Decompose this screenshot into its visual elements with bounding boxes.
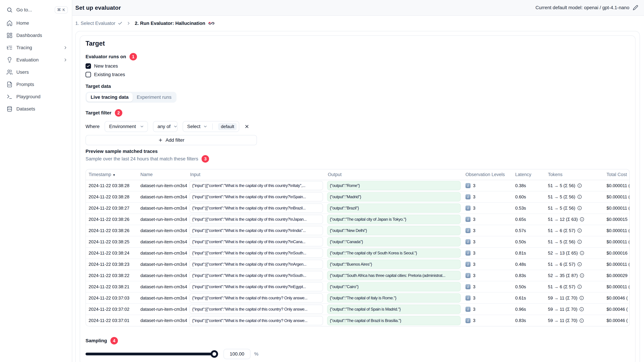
cell-observation-levels: i3 bbox=[463, 281, 512, 292]
cell-name: dataset-run-item-cm3s4 bbox=[138, 247, 188, 259]
tokens-value: 52 → 35 (Σ 87) bbox=[548, 273, 578, 278]
divider bbox=[212, 123, 212, 130]
info-emoji-icon: i bbox=[466, 273, 470, 278]
where-label: Where bbox=[86, 124, 100, 129]
cell-input: {"input":[{"content":"What is the capita… bbox=[188, 304, 325, 315]
chevron-down-icon bbox=[203, 124, 208, 129]
edit-model-icon[interactable] bbox=[633, 5, 638, 10]
trace-row[interactable]: 2024-11-22 03:38:21dataset-run-item-cm3s… bbox=[86, 281, 629, 292]
goto-search[interactable]: Go to... ⌘ K bbox=[0, 3, 72, 16]
sidebar-item-playground[interactable]: Playground bbox=[0, 91, 72, 103]
sidebar-item-users[interactable]: Users bbox=[0, 66, 72, 78]
tab-live-tracing-data[interactable]: Live tracing data bbox=[86, 93, 133, 102]
sidebar-item-tracing[interactable]: Tracing bbox=[0, 41, 72, 54]
filter-row: Where Environment any of Select default bbox=[86, 121, 630, 132]
cell-observation-levels: i3 bbox=[463, 247, 512, 259]
observation-levels-count: 3 bbox=[473, 318, 475, 323]
cell-observation-levels: i3 bbox=[463, 270, 512, 281]
cell-name: dataset-run-item-cm3s4 bbox=[138, 236, 188, 247]
trace-row[interactable]: 2024-11-22 03:38:25dataset-run-item-cm3s… bbox=[86, 236, 629, 247]
tab-experiment-runs[interactable]: Experiment runs bbox=[133, 93, 176, 102]
cell-observation-levels: i3 bbox=[463, 292, 512, 304]
trace-row[interactable]: 2024-11-22 03:37:01dataset-run-item-cm3s… bbox=[86, 315, 629, 326]
breadcrumb-step-2: 2. Run Evaluator: Hallucination bbox=[135, 20, 215, 27]
filter-operator-select[interactable]: any of bbox=[153, 121, 178, 132]
cell-tokens: 52 → 35 (Σ 87) bbox=[545, 270, 604, 281]
cell-input: {"input":[{"content":"What is the capita… bbox=[188, 202, 325, 214]
column-header-timestamp[interactable]: Timestamp▼ bbox=[86, 169, 138, 180]
cell-observation-levels: i3 bbox=[463, 191, 512, 202]
cell-tokens: 51 → 5 (Σ 56) bbox=[545, 180, 604, 191]
cell-latency: 0.81s bbox=[512, 247, 545, 259]
trace-row[interactable]: 2024-11-22 03:38:26dataset-run-item-cm3s… bbox=[86, 214, 629, 225]
target-data-tabs: Live tracing data Experiment runs bbox=[86, 92, 176, 103]
cell-tokens: 51 → 6 (Σ 57) bbox=[545, 259, 604, 270]
cell-output: {"output":"Rome"} bbox=[325, 180, 463, 191]
observation-levels-count: 3 bbox=[473, 183, 475, 188]
cell-name: dataset-run-item-cm3s4 bbox=[138, 304, 188, 315]
breadcrumb: 1. Select Evaluator 2. Run Evaluator: Ha… bbox=[72, 16, 644, 31]
trace-row[interactable]: 2024-11-22 03:38:22dataset-run-item-cm3s… bbox=[86, 270, 629, 281]
cell-input: {"input":[{"content":"What is the capita… bbox=[188, 281, 325, 292]
column-header-tokens: Tokens bbox=[545, 169, 604, 180]
cell-tokens: 52 → 13 (Σ 65) bbox=[545, 247, 604, 259]
cell-total-cost: $0.000011 ( bbox=[604, 281, 629, 292]
filter-column-select[interactable]: Environment bbox=[104, 121, 148, 132]
existing-traces-checkbox[interactable] bbox=[86, 72, 91, 77]
trace-row[interactable]: 2024-11-22 03:38:28dataset-run-item-cm3s… bbox=[86, 191, 629, 202]
trace-row[interactable]: 2024-11-22 03:38:26dataset-run-item-cm3s… bbox=[86, 225, 629, 236]
cell-total-cost: $0.00046 ( bbox=[604, 304, 629, 315]
trace-row[interactable]: 2024-11-22 03:38:28dataset-run-item-cm3s… bbox=[86, 180, 629, 191]
cell-input: {"input":[{"content":"What is the capita… bbox=[188, 259, 325, 270]
tokens-value: 59 → 11 (Σ 70) bbox=[548, 307, 578, 312]
breadcrumb-step-1[interactable]: 1. Select Evaluator bbox=[75, 20, 122, 26]
cell-name: dataset-run-item-cm3s4 bbox=[138, 315, 188, 326]
cell-latency: 0.50s bbox=[512, 281, 545, 292]
goto-label: Go to... bbox=[16, 7, 32, 12]
add-filter-button[interactable]: Add filter bbox=[86, 135, 257, 145]
sidebar-item-home[interactable]: Home bbox=[0, 17, 72, 29]
cell-input: {"input":[{"content":"What is the capita… bbox=[188, 225, 325, 236]
cell-tokens: 59 → 11 (Σ 70) bbox=[545, 304, 604, 315]
trace-row[interactable]: 2024-11-22 03:38:27dataset-run-item-cm3s… bbox=[86, 202, 629, 214]
sidebar-item-label: Prompts bbox=[16, 82, 34, 87]
trace-row[interactable]: 2024-11-22 03:37:02dataset-run-item-cm3s… bbox=[86, 304, 629, 315]
new-traces-checkbox[interactable] bbox=[86, 63, 91, 69]
new-traces-option[interactable]: New traces bbox=[86, 63, 630, 69]
target-data-label: Target data bbox=[86, 84, 630, 89]
filter-value-select[interactable]: Select default bbox=[183, 121, 239, 132]
cell-timestamp: 2024-11-22 03:38:23 bbox=[86, 259, 138, 270]
trace-output-preview: {"output":"Buenos Aires"} bbox=[327, 260, 461, 269]
sampling-value-input[interactable]: 100.00 bbox=[224, 349, 250, 359]
trace-input-preview: {"input":[{"content":"What is the capita… bbox=[190, 305, 323, 314]
sidebar-item-evaluation[interactable]: Evaluation bbox=[0, 54, 72, 66]
info-icon bbox=[578, 228, 582, 233]
remove-filter-icon[interactable] bbox=[244, 124, 250, 129]
info-emoji-icon: i bbox=[466, 296, 470, 301]
filter-value-badge: default bbox=[218, 123, 237, 130]
trace-input-preview: {"input":[{"content":"What is the capita… bbox=[190, 215, 323, 224]
search-icon bbox=[6, 7, 12, 13]
existing-traces-option[interactable]: Existing traces bbox=[86, 71, 630, 78]
trace-input-preview: {"input":[{"content":"What is the capita… bbox=[190, 271, 323, 280]
sidebar-item-prompts[interactable]: Prompts bbox=[0, 78, 72, 91]
sort-desc-icon: ▼ bbox=[112, 173, 116, 177]
trace-row[interactable]: 2024-11-22 03:38:24dataset-run-item-cm3s… bbox=[86, 247, 629, 259]
cell-output: {"output":"Cairo"} bbox=[325, 281, 463, 292]
cell-output: {"output":"Brazil"} bbox=[325, 202, 463, 214]
cell-name: dataset-run-item-cm3s4 bbox=[138, 270, 188, 281]
sampling-row: 100.00 % bbox=[86, 349, 630, 359]
sidebar-item-datasets[interactable]: Datasets bbox=[0, 103, 72, 115]
trace-output-preview: {"output":"Brazil"} bbox=[327, 203, 461, 213]
trace-row[interactable]: 2024-11-22 03:37:03dataset-run-item-cm3s… bbox=[86, 292, 629, 304]
sampling-slider[interactable] bbox=[86, 350, 218, 358]
slider-knob[interactable] bbox=[210, 350, 218, 358]
cell-timestamp: 2024-11-22 03:37:03 bbox=[86, 292, 138, 304]
trace-output-preview: {"output":"The capital city of Japan is … bbox=[327, 215, 461, 224]
cell-timestamp: 2024-11-22 03:38:27 bbox=[86, 202, 138, 214]
cell-output: {"output":"The capital of Brazil is Bras… bbox=[325, 315, 463, 326]
trace-row[interactable]: 2024-11-22 03:38:23dataset-run-item-cm3s… bbox=[86, 259, 629, 270]
tokens-value: 59 → 11 (Σ 70) bbox=[548, 318, 578, 323]
sidebar-item-label: Users bbox=[16, 69, 29, 75]
sidebar-item-dashboards[interactable]: Dashboards bbox=[0, 29, 72, 41]
